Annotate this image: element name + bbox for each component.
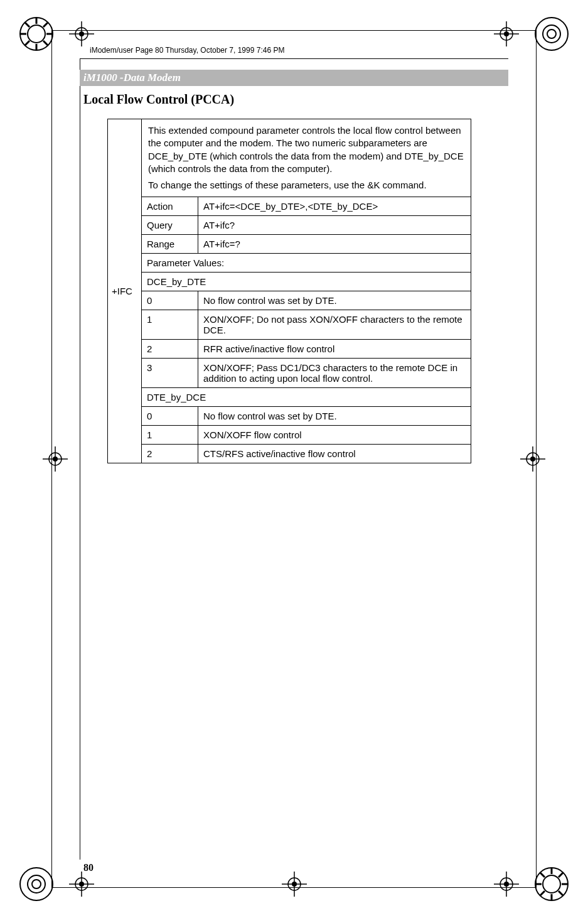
row-value: RFR active/inactive flow control xyxy=(198,340,471,359)
ring-binder-icon xyxy=(19,16,54,51)
table-row: DCE_by_DTE xyxy=(108,273,471,291)
row-label: Query xyxy=(142,216,198,235)
ring-binder-icon xyxy=(534,867,569,902)
svg-line-6 xyxy=(25,23,29,27)
parameter-values-header: Parameter Values: xyxy=(142,254,471,273)
row-key: 0 xyxy=(142,291,198,310)
group-header: DTE_by_DCE xyxy=(142,388,471,407)
row-value: XON/XOFF; Pass DC1/DC3 characters to the… xyxy=(198,359,471,388)
svg-point-15 xyxy=(32,880,41,888)
svg-line-25 xyxy=(559,873,563,877)
ring-binder-icon xyxy=(19,867,54,902)
ring-binder-icon xyxy=(534,16,569,51)
table-row: Parameter Values: xyxy=(108,254,471,273)
group-header: DCE_by_DTE xyxy=(142,273,471,291)
page-header-meta: iModem/user Page 80 Thursday, October 7,… xyxy=(90,46,284,55)
command-reference-table: +IFC This extended compound parameter co… xyxy=(107,119,471,463)
header-title: iM1000 -Data Modem xyxy=(83,72,181,84)
row-value: AT+ifc=<DCE_by_DTE>,<DTE_by_DCE> xyxy=(198,197,471,216)
svg-line-22 xyxy=(540,873,545,877)
svg-point-17 xyxy=(543,875,560,893)
table-row: 2 CTS/RFS active/inactive flow control xyxy=(108,445,471,463)
table-row: 2 RFR active/inactive flow control xyxy=(108,340,471,359)
table-row: Query AT+ifc? xyxy=(108,216,471,235)
desc-paragraph-2: To change the settings of these paramete… xyxy=(148,179,464,192)
table-row: Action AT+ifc=<DCE_by_DTE>,<DTE_by_DCE> xyxy=(108,197,471,216)
svg-point-1 xyxy=(28,25,45,43)
command-label-cell: +IFC xyxy=(108,119,142,463)
row-label: Range xyxy=(142,235,198,254)
page-number: 80 xyxy=(83,862,94,873)
row-value: No flow control was set by DTE. xyxy=(198,407,471,426)
row-key: 0 xyxy=(142,407,198,426)
crop-line-top xyxy=(80,58,508,59)
table-row: DTE_by_DCE xyxy=(108,388,471,407)
svg-point-13 xyxy=(20,868,53,900)
svg-line-8 xyxy=(25,41,29,45)
svg-point-10 xyxy=(535,18,568,50)
svg-point-11 xyxy=(543,25,560,43)
row-value: CTS/RFS active/inactive flow control xyxy=(198,445,471,463)
row-key: 1 xyxy=(142,310,198,340)
row-key: 1 xyxy=(142,426,198,445)
row-value: XON/XOFF; Do not pass XON/XOFF character… xyxy=(198,310,471,340)
row-key: 3 xyxy=(142,359,198,388)
row-value: AT+ifc? xyxy=(198,216,471,235)
row-label: Action xyxy=(142,197,198,216)
table-row: 0 No flow control was set by DTE. xyxy=(108,407,471,426)
row-value: AT+ifc=? xyxy=(198,235,471,254)
row-value: No flow control was set by DTE. xyxy=(198,291,471,310)
desc-paragraph-1: This extended compound parameter control… xyxy=(148,124,464,175)
svg-point-12 xyxy=(547,30,556,38)
section-title: Local Flow Control (PCCA) xyxy=(83,92,234,107)
command-description: This extended compound parameter control… xyxy=(142,119,471,197)
table-row: 3 XON/XOFF; Pass DC1/DC3 characters to t… xyxy=(108,359,471,388)
table-row: Range AT+ifc=? xyxy=(108,235,471,254)
table-row: 1 XON/XOFF flow control xyxy=(108,426,471,445)
svg-line-23 xyxy=(559,891,563,895)
table-row: 1 XON/XOFF; Do not pass XON/XOFF charact… xyxy=(108,310,471,340)
row-key: 2 xyxy=(142,445,198,463)
svg-line-7 xyxy=(43,41,48,45)
row-key: 2 xyxy=(142,340,198,359)
table-row: 0 No flow control was set by DTE. xyxy=(108,291,471,310)
svg-point-14 xyxy=(28,875,45,893)
row-value: XON/XOFF flow control xyxy=(198,426,471,445)
svg-line-24 xyxy=(540,891,545,895)
crop-line-left xyxy=(80,58,80,860)
svg-line-9 xyxy=(43,23,48,27)
page-frame: iModem/user Page 80 Thursday, October 7,… xyxy=(51,30,537,888)
header-band: iM1000 -Data Modem xyxy=(80,70,508,86)
